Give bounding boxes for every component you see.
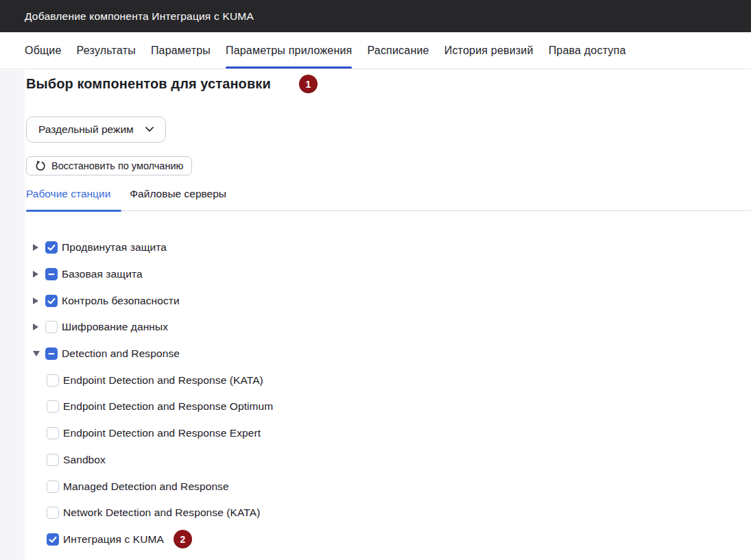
component-label[interactable]: Detection and Response — [62, 348, 180, 360]
window: Добавление компонента Интеграция с KUMA … — [0, 0, 751, 560]
component-label[interactable]: Endpoint Detection and Response Expert — [63, 427, 261, 439]
install-mode-dropdown[interactable]: Раздельный режим — [26, 117, 166, 143]
sub-tab-2[interactable]: Файловые серверы — [130, 186, 237, 210]
component-tree: Продвинутая защитаБазовая защитаКонтроль… — [0, 234, 751, 552]
component-checkbox[interactable] — [47, 507, 59, 519]
chevron-down-icon — [145, 127, 154, 132]
tree-row: Network Detection and Response (KATA) — [0, 500, 751, 526]
expand-arrow-icon[interactable] — [33, 270, 40, 278]
restore-defaults-label: Восстановить по умолчанию — [51, 160, 183, 171]
window-header: Добавление компонента Интеграция с KUMA — [0, 0, 751, 32]
main-tab-3[interactable]: Параметры — [151, 32, 211, 69]
page-title: Выбор компонентов для установки — [26, 76, 271, 92]
tree-row: Контроль безопасности — [0, 287, 751, 314]
sub-tab-1[interactable]: Рабочие станции — [26, 186, 121, 210]
component-checkbox[interactable] — [45, 348, 58, 360]
component-checkbox[interactable] — [47, 480, 59, 493]
expand-arrow-icon[interactable] — [33, 297, 40, 305]
tree-row: Продвинутая защита — [0, 234, 751, 261]
install-mode-value: Раздельный режим — [38, 123, 134, 136]
component-label[interactable]: Sandbox — [63, 454, 106, 466]
component-checkbox[interactable] — [45, 241, 58, 254]
window-title: Добавление компонента Интеграция с KUMA — [25, 10, 254, 23]
component-label[interactable]: Продвинутая защита — [62, 241, 167, 254]
component-label[interactable]: Контроль безопасности — [62, 295, 180, 307]
main-tab-7[interactable]: Права доступа — [549, 32, 626, 69]
main-tab-4[interactable]: Параметры приложения — [226, 32, 353, 69]
main-tab-6[interactable]: История ревизий — [444, 32, 534, 69]
component-checkbox[interactable] — [45, 268, 58, 280]
expand-arrow-icon[interactable] — [33, 243, 40, 252]
tree-row: Endpoint Detection and Response Optimum — [0, 393, 751, 420]
component-label[interactable]: Network Detection and Response (KATA) — [63, 507, 260, 519]
tree-row: Интеграция с KUMA2 — [0, 526, 751, 553]
main-tab-2[interactable]: Результаты — [77, 32, 136, 69]
tree-row: Endpoint Detection and Response (KATA) — [0, 367, 751, 393]
component-checkbox[interactable] — [45, 321, 58, 333]
collapse-arrow-icon[interactable] — [33, 350, 40, 358]
component-label[interactable]: Endpoint Detection and Response Optimum — [63, 400, 273, 413]
annotation-badge-2: 2 — [174, 530, 192, 548]
tree-row: Detection and Response — [0, 341, 751, 367]
component-label[interactable]: Endpoint Detection and Response (KATA) — [63, 374, 263, 387]
tree-row: Sandbox — [0, 447, 751, 474]
restore-rotate-ccw-icon — [35, 160, 46, 171]
component-checkbox[interactable] — [47, 427, 59, 439]
restore-defaults-button[interactable]: Восстановить по умолчанию — [26, 156, 192, 175]
component-label[interactable]: Базовая защита — [62, 268, 143, 280]
annotation-badge-1: 1 — [299, 75, 318, 93]
component-checkbox[interactable] — [47, 533, 59, 546]
tree-row: Шифрование данных — [0, 314, 751, 341]
component-checkbox[interactable] — [45, 295, 58, 307]
tree-row: Endpoint Detection and Response Expert — [0, 420, 751, 447]
component-checkbox[interactable] — [47, 374, 59, 387]
tree-row: Базовая защита — [0, 261, 751, 288]
component-label[interactable]: Шифрование данных — [62, 321, 168, 333]
component-label[interactable]: Интеграция с KUMA — [63, 533, 164, 546]
main-tab-1[interactable]: Общие — [25, 32, 62, 69]
main-tabs: ОбщиеРезультатыПараметрыПараметры прилож… — [0, 32, 751, 69]
component-label[interactable]: Managed Detection and Response — [63, 480, 229, 493]
component-checkbox[interactable] — [47, 454, 59, 466]
device-type-tabs: Рабочие станцииФайловые серверы — [26, 186, 751, 211]
component-checkbox[interactable] — [47, 400, 59, 413]
tree-row: Managed Detection and Response — [0, 473, 751, 500]
expand-arrow-icon[interactable] — [33, 323, 40, 331]
main-tab-5[interactable]: Расписание — [367, 32, 429, 69]
